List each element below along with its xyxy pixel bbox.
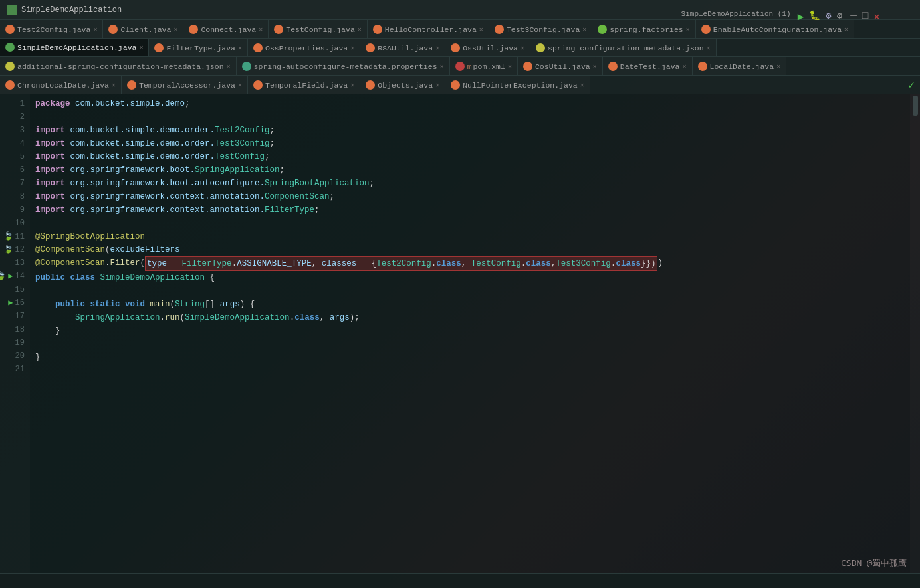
tab-simpledemoapplication[interactable]: SimpleDemoApplication.java ✕ xyxy=(0,39,149,57)
tab-close[interactable]: ✕ xyxy=(844,25,848,33)
tab-row-2: SimpleDemoApplication.java ✕ FilterType.… xyxy=(0,39,920,57)
tab-connect[interactable]: Connect.java ✕ xyxy=(183,20,269,39)
tab-close[interactable]: ✕ xyxy=(508,62,512,70)
tab-label: Client.java xyxy=(120,25,171,34)
tab-spring-config-metadata[interactable]: spring-configuration-metadata.json ✕ xyxy=(530,39,717,57)
tab-close[interactable]: ✕ xyxy=(707,44,711,52)
ln-18: 18 xyxy=(0,323,25,336)
tab-localdate[interactable]: LocalDate.java ✕ xyxy=(693,57,787,76)
app-icon xyxy=(7,5,17,15)
tab-close[interactable]: ✕ xyxy=(139,43,143,51)
tab-enableautoconfiguration[interactable]: EnableAutoConfiguration.java ✕ xyxy=(696,20,854,39)
tab-close[interactable]: ✕ xyxy=(435,81,439,89)
tab-label2: pom.xml xyxy=(473,62,505,71)
tab-temporalaccessor[interactable]: TemporalAccessor.java ✕ xyxy=(122,76,248,94)
tab-icon xyxy=(536,43,545,52)
ln-6: 6 xyxy=(0,163,25,177)
title-bar: SimpleDemoApplication SimpleDemoApplicat… xyxy=(0,0,920,20)
scrollbar-thumb[interactable] xyxy=(913,96,918,116)
scrollbar-panel[interactable] xyxy=(910,94,920,588)
tab-nullpointerexception[interactable]: NullPointerException.java ✕ xyxy=(445,76,590,94)
tab-label: Test2Config.java xyxy=(17,25,90,34)
tab-icon xyxy=(366,43,375,52)
tab-icon xyxy=(451,43,460,52)
tab-icon xyxy=(701,25,711,34)
tab-close[interactable]: ✕ xyxy=(440,62,444,70)
tab-label: Objects.java xyxy=(378,81,433,90)
tab-hellocontroller[interactable]: HelloController.java ✕ xyxy=(368,20,489,39)
tab-close[interactable]: ✕ xyxy=(580,81,584,89)
tab-testconfig[interactable]: TestConfig.java ✕ xyxy=(269,20,368,39)
tab-temporalfield[interactable]: TemporalField.java ✕ xyxy=(248,76,360,94)
keyword-package: package xyxy=(35,97,75,110)
tab-close[interactable]: ✕ xyxy=(435,44,439,52)
window-title: SimpleDemoApplication xyxy=(21,5,122,15)
tab-icon xyxy=(373,25,382,34)
code-line-10 xyxy=(35,217,910,230)
tab-close[interactable]: ✕ xyxy=(683,62,687,70)
tab-close[interactable]: ✕ xyxy=(686,25,690,33)
code-line-3: import com.bucket.simple.demo.order.Test… xyxy=(35,124,910,137)
tab-test3config[interactable]: Test3Config.java ✕ xyxy=(489,20,592,39)
tab-label: NullPointerException.java xyxy=(463,81,578,90)
line-numbers: 1 2 3 4 5 6 7 8 9 10 🍃11 🍃12 13 🍃▶14 15 … xyxy=(0,94,30,588)
code-line-1: package com.bucket.simple.demo; xyxy=(35,97,910,110)
editor-area: 1 2 3 4 5 6 7 8 9 10 🍃11 🍃12 13 🍃▶14 15 … xyxy=(0,94,920,588)
tab-close[interactable]: ✕ xyxy=(582,25,586,33)
tab-label: FilterType.java xyxy=(166,44,235,52)
tab-ossproperties[interactable]: OssProperties.java ✕ xyxy=(248,39,360,57)
tab-close[interactable]: ✕ xyxy=(350,81,354,89)
code-line-14: public class SimpleDemoApplication { xyxy=(35,271,910,284)
tab-datetest[interactable]: DateTest.java ✕ xyxy=(603,57,693,76)
tab-label: TemporalAccessor.java xyxy=(139,81,235,90)
tab-label: EnableAutoConfiguration.java xyxy=(713,25,842,34)
tab-close[interactable]: ✕ xyxy=(238,44,242,52)
tab-icon xyxy=(274,25,283,34)
tab-label: spring-autoconfigure-metadata.properties xyxy=(254,62,437,71)
tab-close[interactable]: ✕ xyxy=(350,44,354,52)
tab-objects[interactable]: Objects.java ✕ xyxy=(360,76,445,94)
tab-filtertype[interactable]: FilterType.java ✕ xyxy=(149,39,248,57)
tab-ossutil[interactable]: OssUtil.java ✕ xyxy=(445,39,530,57)
tab-close[interactable]: ✕ xyxy=(358,25,362,33)
tab-close[interactable]: ✕ xyxy=(93,25,97,33)
code-line-9: import org.springframework.context.annot… xyxy=(35,203,910,217)
code-line-21 xyxy=(35,364,910,377)
code-line-15 xyxy=(35,284,910,298)
tab-label: SimpleDemoApplication.java xyxy=(17,43,136,52)
tab-close[interactable]: ✕ xyxy=(227,62,231,70)
code-line-12: @ComponentScan(excludeFilters = xyxy=(35,243,910,256)
tab-chronolocaldate[interactable]: ChronoLocalDate.java ✕ xyxy=(0,76,122,94)
tab-icon xyxy=(698,62,707,71)
tab-icon xyxy=(189,25,198,34)
tab-client[interactable]: Client.java ✕ xyxy=(103,20,183,39)
tab-spring-factories[interactable]: spring.factories ✕ xyxy=(592,20,695,39)
tab-close[interactable]: ✕ xyxy=(776,62,780,70)
tab-cosutil[interactable]: CosUtil.java ✕ xyxy=(518,57,603,76)
code-line-4: import com.bucket.simple.demo.order.Test… xyxy=(35,137,910,150)
tab-row-1: Test2Config.java ✕ Client.java ✕ Connect… xyxy=(0,20,920,39)
ln-21: 21 xyxy=(0,363,25,376)
code-line-20: } xyxy=(35,351,910,364)
tab-close[interactable]: ✕ xyxy=(173,25,177,33)
tab-label: HelloController.java xyxy=(385,25,477,34)
validation-icon: ✓ xyxy=(908,78,915,92)
tab-icon xyxy=(451,80,460,90)
tab-additional-spring[interactable]: additional-spring-configuration-metadata… xyxy=(0,57,237,76)
tab-close[interactable]: ✕ xyxy=(520,44,524,52)
tab-pomxml[interactable]: m pom.xml ✕ xyxy=(450,57,518,76)
tab-label: Test3Config.java xyxy=(507,25,580,34)
tab-close[interactable]: ✕ xyxy=(112,81,116,89)
code-editor[interactable]: package com.bucket.simple.demo; import c… xyxy=(30,94,910,588)
tab-spring-autoconfigure[interactable]: spring-autoconfigure-metadata.properties… xyxy=(237,57,450,76)
ln-7: 7 xyxy=(0,177,25,190)
tab-close[interactable]: ✕ xyxy=(593,62,597,70)
ln-11: 🍃11 xyxy=(0,230,25,243)
tab-close[interactable]: ✕ xyxy=(479,25,483,33)
tab-icon xyxy=(154,43,164,52)
tab-test2config[interactable]: Test2Config.java ✕ xyxy=(0,20,103,39)
tab-rsautil[interactable]: RSAUtil.java ✕ xyxy=(360,39,445,57)
tab-close[interactable]: ✕ xyxy=(238,81,242,89)
tab-close[interactable]: ✕ xyxy=(259,25,263,33)
ln-19: 19 xyxy=(0,336,25,349)
